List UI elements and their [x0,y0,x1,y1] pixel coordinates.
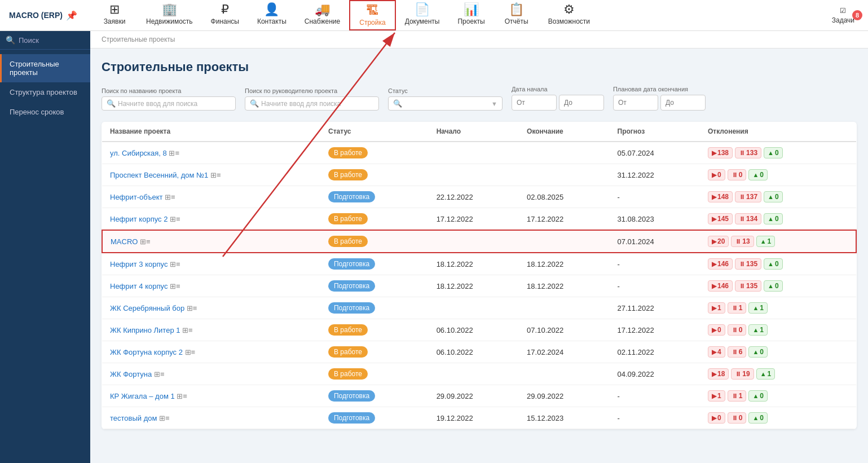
grid-icon[interactable]: ⊞ [140,237,146,246]
row-2-icons: ⊞≡ [162,193,175,201]
row-4-status: В работе [320,230,429,253]
filter-end-from[interactable] [613,95,658,111]
row-5-name-link[interactable]: Нефрит 3 корпус [110,260,168,268]
grid-icon[interactable]: ⊞ [154,370,160,378]
filter-start-date-range [512,95,604,111]
row-8-name-link[interactable]: ЖК Киприно Литер 1 [110,326,180,334]
nav-item-supply[interactable]: 🚚 Снабжение [296,0,349,30]
table-row: MACRO ⊞≡В работе07.01.2024 ▶20 ⏸13 ▲1 [102,230,856,253]
grid-icon[interactable]: ⊞ [185,348,191,356]
row-4-name-link[interactable]: MACRO [111,237,138,246]
nav-item-projects[interactable]: 📊 Проекты [448,0,494,30]
grid-icon[interactable]: ⊞ [170,282,176,290]
nav-item-requests[interactable]: ⊞ Заявки [92,0,137,30]
gantt-icon[interactable]: ≡ [146,237,151,246]
row-2-start: 22.12.2022 [429,186,519,208]
row-7-status-badge: Подготовка [328,302,375,314]
gantt-icon[interactable]: ≡ [160,370,165,378]
filter-start-from[interactable] [512,95,557,111]
main-layout: 🔍 Строительные проектыСтруктура проектов… [0,31,868,463]
gantt-icon[interactable]: ≡ [176,215,180,223]
nav-item-finance[interactable]: ₽ Финансы [202,0,248,30]
row-11-status: Подготовка [320,385,429,407]
filter-manager-input[interactable] [261,100,374,108]
table-header-row: Название проектаСтатусНачалоОкончаниеПро… [102,122,856,142]
sidebar-item-deadline-transfer[interactable]: Перенос сроков [0,102,90,122]
filter-end-to[interactable] [660,95,706,111]
gantt-icon[interactable]: ≡ [188,326,193,334]
chip-triangle-icon: ▲ [752,415,759,421]
sidebar-item-project-structure[interactable]: Структура проектов [0,82,90,102]
dev-chip-green: ▲0 [748,169,768,180]
table-row: Проспект Весенний, дом №1 ⊞≡В работе31.1… [102,164,856,186]
dev-chip-green: ▲1 [748,302,768,314]
brand-logo[interactable]: MACRO (ERP) 📌 [5,10,92,21]
row-7-name-link[interactable]: ЖК Серебрянный бор [110,304,184,312]
gantt-icon[interactable]: ≡ [176,282,180,290]
row-5-status: Подготовка [320,253,429,275]
filter-search-icon-1: 🔍 [107,99,116,108]
row-1-name-link[interactable]: Проспект Весенний, дом №1 [110,171,208,179]
gantt-icon[interactable]: ≡ [217,171,221,179]
gantt-icon[interactable]: ≡ [171,193,175,201]
tasks-nav-item[interactable]: ☑ Задачи 8 [823,7,863,24]
main-area: Строительные проекты Строительные проект… [90,31,868,463]
chip-pause-icon: ⏸ [739,283,745,289]
grid-icon[interactable]: ⊞ [159,414,165,422]
gantt-icon[interactable]: ≡ [193,304,197,312]
tasks-badge: 8 [852,10,862,20]
dev-chip-red1: ▶148 [708,191,733,202]
documents-nav-label: Документы [405,17,440,25]
grid-icon[interactable]: ⊞ [177,392,183,400]
nav-item-documents[interactable]: 📄 Документы [396,0,449,30]
nav-item-opportunities[interactable]: ⚙ Возможности [539,0,599,30]
filter-status-input[interactable] [404,100,489,108]
grid-icon[interactable]: ⊞ [210,171,217,179]
gantt-icon[interactable]: ≡ [175,149,179,157]
row-2-name-link[interactable]: Нефрит-объект [110,193,162,201]
row-7-name: ЖК Серебрянный бор ⊞≡ [102,297,320,319]
sidebar-item-construction-projects[interactable]: Строительные проекты [0,54,90,82]
nav-item-reports[interactable]: 📋 Отчёты [494,0,539,30]
row-2-forecast: - [610,186,700,208]
row-6-name-link[interactable]: Нефрит 4 корпус [110,282,168,290]
chip-pause-icon: ⏸ [732,349,738,355]
sidebar-search-input[interactable] [19,36,85,45]
row-7-start [429,297,519,319]
gantt-icon[interactable]: ≡ [191,348,196,356]
nav-item-construction[interactable]: 🏗 Стройка [349,0,395,30]
row-3-end: 17.12.2022 [519,208,609,231]
filter-status-wrap[interactable]: 🔍 ▼ [388,96,503,111]
grid-icon[interactable]: ⊞ [165,193,171,201]
row-0-name-link[interactable]: ул. Сибирская, 8 [110,149,167,157]
row-3-name-link[interactable]: Нефрит корпус 2 [110,215,168,223]
row-12-name-link[interactable]: тестовый дом [110,414,157,422]
row-3-status-badge: В работе [328,213,368,224]
gantt-icon[interactable]: ≡ [165,414,170,422]
row-12-deviations: ▶0 ⏸0 ▲0 [700,407,856,429]
nav-item-realty[interactable]: 🏢 Недвижимость [137,0,202,30]
grid-icon[interactable]: ⊞ [169,149,175,157]
nav-item-contacts[interactable]: 👤 Контакты [248,0,296,30]
row-11-name-link[interactable]: КР Жигала – дом 1 [110,392,175,400]
row-4-start [429,230,519,253]
sidebar-search-icon: 🔍 [6,36,15,45]
dev-chip-green: ▲0 [764,213,783,224]
gantt-icon[interactable]: ≡ [176,260,180,268]
table-row: Нефрит корпус 2 ⊞≡В работе17.12.202217.1… [102,208,856,231]
brand-name: MACRO (ERP) [9,11,63,20]
filter-start-to[interactable] [559,95,604,111]
grid-icon[interactable]: ⊞ [187,304,193,312]
row-9-name-link[interactable]: ЖК Фортуна корпус 2 [110,348,183,356]
row-12-icons: ⊞≡ [157,414,169,422]
dev-chip-green: ▲0 [764,280,783,292]
chip-play-icon: ▶ [712,149,716,157]
pin-icon[interactable]: 📌 [66,10,77,21]
grid-icon[interactable]: ⊞ [182,326,188,334]
row-12-forecast: - [610,407,700,429]
gantt-icon[interactable]: ≡ [183,392,187,400]
row-10-name-link[interactable]: ЖК Фортуна [110,370,152,378]
grid-icon[interactable]: ⊞ [170,260,176,268]
filter-project-name-input[interactable] [118,100,231,108]
grid-icon[interactable]: ⊞ [170,215,176,223]
